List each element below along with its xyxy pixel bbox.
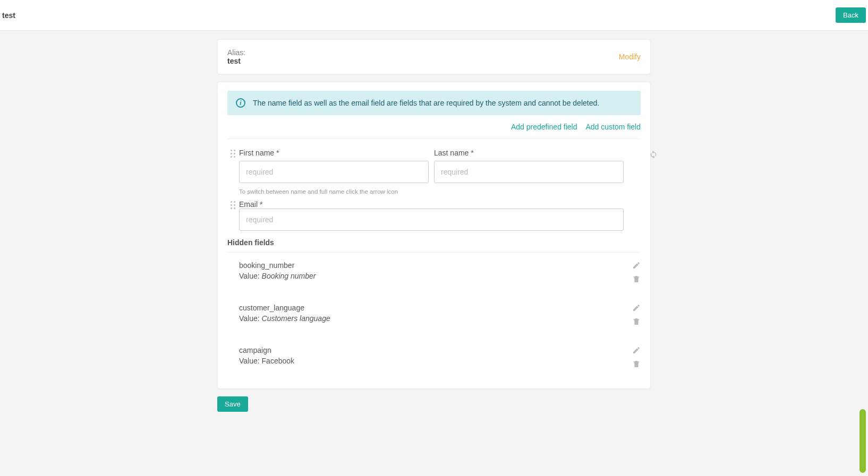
hidden-field-row: booking_numberValue: Booking number <box>227 253 641 295</box>
save-button[interactable]: Save <box>217 396 248 412</box>
info-text: The name field as well as the email fiel… <box>253 99 599 107</box>
first-name-input[interactable] <box>239 161 429 183</box>
hidden-field-value: Value: Facebook <box>239 357 294 365</box>
content-wrapper: Alias: test Modify i The name field as w… <box>217 39 651 412</box>
drag-handle-icon[interactable] <box>231 201 237 210</box>
info-banner: i The name field as well as the email fi… <box>227 91 641 115</box>
hidden-field-name: customer_language <box>239 304 330 312</box>
fields-card: i The name field as well as the email fi… <box>217 82 651 389</box>
edit-icon[interactable] <box>632 346 641 354</box>
hidden-field-value: Value: Booking number <box>239 272 316 280</box>
hidden-field-name: campaign <box>239 346 294 354</box>
hidden-field-row: campaignValue: Facebook <box>227 337 641 380</box>
scrollbar-thumb[interactable] <box>860 409 866 473</box>
page-header: test Back <box>0 0 868 31</box>
hidden-fields-list: booking_numberValue: Booking numbercusto… <box>227 253 641 380</box>
back-button[interactable]: Back <box>836 7 866 23</box>
page-title: test <box>2 11 15 20</box>
delete-icon[interactable] <box>632 360 641 368</box>
hidden-fields-title: Hidden fields <box>227 238 641 247</box>
email-field-block: Email * <box>239 200 641 231</box>
last-name-input[interactable] <box>434 161 624 183</box>
add-predefined-link[interactable]: Add predefined field <box>511 123 577 131</box>
name-field-block: First name * Last name * <box>239 149 641 183</box>
drag-handle-icon[interactable] <box>231 150 237 158</box>
alias-label: Alias: <box>227 48 245 57</box>
delete-icon[interactable] <box>632 275 641 283</box>
hidden-field-value: Value: Customers language <box>239 314 330 323</box>
add-custom-link[interactable]: Add custom field <box>586 123 641 131</box>
modify-link[interactable]: Modify <box>619 53 641 61</box>
alias-card: Alias: test Modify <box>217 39 651 74</box>
divider <box>227 139 641 139</box>
alias-value: test <box>227 57 245 65</box>
last-name-label: Last name * <box>434 149 624 157</box>
hidden-field-name: booking_number <box>239 261 316 270</box>
name-switch-hint: To switch between name and full name cli… <box>239 188 641 195</box>
switch-name-mode-icon[interactable] <box>649 150 658 160</box>
first-name-label: First name * <box>239 149 429 157</box>
info-icon: i <box>236 98 245 108</box>
hidden-field-row: customer_languageValue: Customers langua… <box>227 295 641 337</box>
field-actions: Add predefined field Add custom field <box>227 115 641 139</box>
delete-icon[interactable] <box>632 317 641 326</box>
email-label: Email * <box>239 200 262 209</box>
email-input[interactable] <box>239 209 624 231</box>
edit-icon[interactable] <box>632 304 641 312</box>
edit-icon[interactable] <box>632 261 641 270</box>
